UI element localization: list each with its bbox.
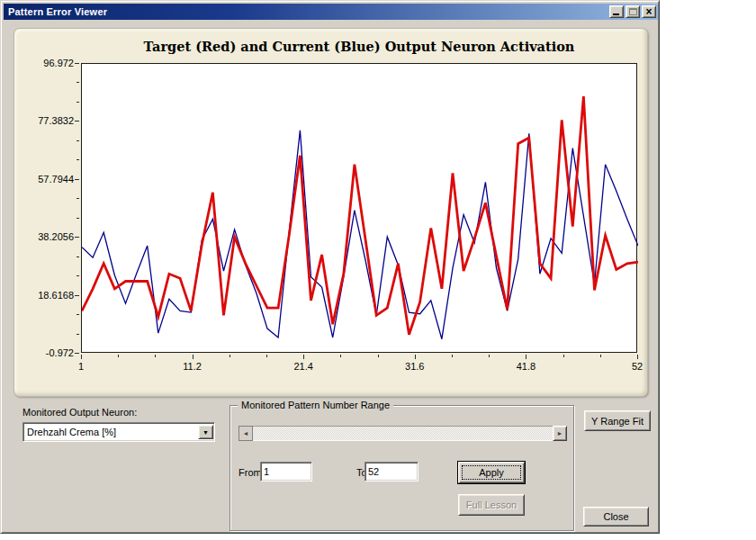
from-input[interactable] <box>260 462 312 482</box>
y-axis-tick <box>76 140 79 141</box>
x-axis-tick <box>266 355 267 357</box>
y-axis-tick-label: 18.6168 <box>16 290 74 301</box>
window-title: Pattern Error Viewer <box>8 6 107 17</box>
x-axis-tick <box>637 355 638 359</box>
maximize-button[interactable] <box>626 5 640 18</box>
minimize-button[interactable] <box>609 5 624 18</box>
y-axis-tick-label: 96.972 <box>16 58 74 68</box>
y-range-fit-button[interactable]: Y Range Fit <box>584 410 651 431</box>
y-axis-tick <box>75 179 79 180</box>
x-axis-tick-label: 1 <box>54 361 108 372</box>
scrollbar-track[interactable] <box>253 426 553 441</box>
y-axis-tick <box>75 63 79 64</box>
neuron-combobox-value: Drehzahl Crema [%] <box>23 427 198 437</box>
to-input[interactable] <box>364 462 418 482</box>
line-chart <box>82 64 638 354</box>
pattern-range-group-title: Monitored Pattern Number Range <box>238 400 393 410</box>
y-axis-tick-label: 77.3832 <box>16 115 74 126</box>
right-arrow-icon: ► <box>557 430 563 436</box>
neuron-combobox[interactable]: Drehzahl Crema [%] ▼ <box>22 422 215 442</box>
x-axis-tick-label: 31.6 <box>388 361 442 372</box>
target-series-line <box>82 96 638 335</box>
close-button[interactable]: × <box>642 5 656 18</box>
x-axis-tick-label: 52 <box>610 361 664 372</box>
x-axis-tick <box>563 355 564 357</box>
plot-area <box>81 63 637 353</box>
x-axis-tick <box>155 355 156 357</box>
minimize-icon <box>613 14 619 15</box>
chart-title: Target (Red) and Current (Blue) Output N… <box>81 39 637 54</box>
x-axis-tick <box>230 355 230 357</box>
monitored-output-neuron-label: Monitored Output Neuron: <box>22 407 137 418</box>
full-lesson-button[interactable]: Full Lesson <box>458 494 525 516</box>
y-axis-tick-label: 57.7944 <box>16 174 74 184</box>
scrollbar-right-button[interactable]: ► <box>553 426 567 441</box>
x-axis-tick <box>378 355 379 357</box>
scrollbar-left-button[interactable]: ◄ <box>238 426 253 441</box>
y-axis-tick-label: -0.972 <box>16 347 74 358</box>
x-axis-tick <box>489 355 490 357</box>
y-axis-tick <box>76 256 79 257</box>
chevron-down-icon: ▼ <box>202 429 209 436</box>
y-axis-tick <box>75 237 79 238</box>
x-axis-tick <box>600 355 601 357</box>
x-axis-tick-label: 41.8 <box>499 361 553 372</box>
pattern-error-viewer-window: Pattern Error Viewer × Target (Red) and … <box>0 0 660 534</box>
y-axis-tick <box>76 198 79 199</box>
y-axis-tick <box>76 82 79 83</box>
y-axis-tick <box>76 334 79 335</box>
combobox-dropdown-button[interactable]: ▼ <box>198 425 213 439</box>
x-axis-tick <box>340 355 341 357</box>
y-axis-tick <box>76 102 79 103</box>
title-bar[interactable]: Pattern Error Viewer × <box>4 4 658 20</box>
y-axis-tick <box>76 275 79 276</box>
y-axis-tick-label: 38.2056 <box>16 231 74 242</box>
x-axis-tick-label: 21.4 <box>276 361 330 372</box>
x-axis-tick-label: 11.2 <box>166 361 220 372</box>
close-window-button[interactable]: Close <box>583 507 649 526</box>
close-icon: × <box>645 7 652 16</box>
maximize-icon <box>629 8 637 15</box>
pattern-range-group: Monitored Pattern Number Range ◄ ► From:… <box>230 405 574 531</box>
x-axis-tick <box>303 355 304 359</box>
left-arrow-icon: ◄ <box>243 430 249 436</box>
y-axis-tick <box>76 218 79 219</box>
y-axis-tick <box>75 121 79 122</box>
x-axis-tick <box>118 355 119 357</box>
chart-panel: Target (Red) and Current (Blue) Output N… <box>14 28 648 397</box>
x-axis-tick <box>193 355 194 359</box>
y-axis-tick <box>75 295 79 296</box>
y-axis-tick <box>76 314 79 315</box>
pattern-range-scrollbar[interactable]: ◄ ► <box>238 426 567 441</box>
x-axis-tick <box>452 355 453 357</box>
y-axis-tick <box>75 353 79 354</box>
apply-button[interactable]: Apply <box>458 462 525 483</box>
y-axis-tick <box>76 159 79 160</box>
x-axis-tick <box>415 355 416 359</box>
x-axis-tick <box>526 355 526 359</box>
x-axis-tick <box>81 355 82 359</box>
